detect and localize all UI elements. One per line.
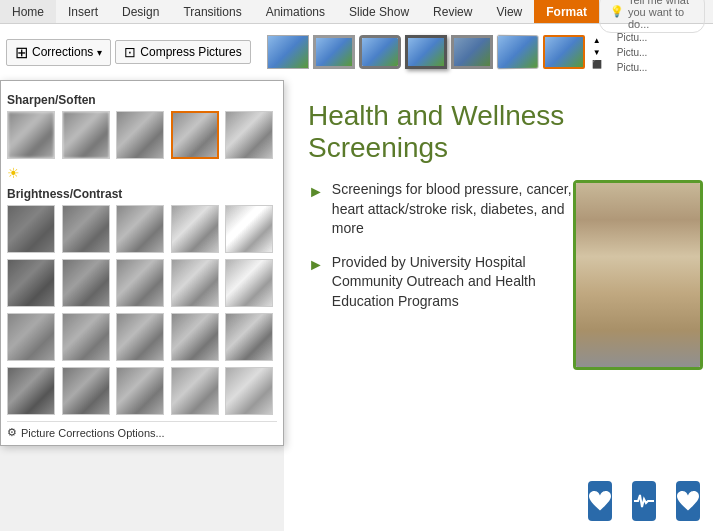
bottom-icons-area xyxy=(568,481,713,521)
brightness-contrast-label: Brightness/Contrast xyxy=(7,187,277,201)
sharpen-thumb-1[interactable] xyxy=(7,111,55,159)
tell-me-label: Tell me what you want to do... xyxy=(628,0,694,30)
picture-style-3[interactable] xyxy=(359,35,401,69)
picture-style-5[interactable] xyxy=(451,35,493,69)
picture-style-1[interactable] xyxy=(267,35,309,69)
scroll-down-arrow[interactable]: ▼ xyxy=(591,47,603,57)
bc-thumb-6[interactable] xyxy=(7,259,55,307)
compress-pictures-button[interactable]: ⊡ Compress Pictures xyxy=(115,40,250,64)
slide-area: Health and Wellness Screenings ► Screeni… xyxy=(284,80,713,531)
heart-icon-2 xyxy=(676,481,700,521)
sun-icon: ☀ xyxy=(7,165,20,181)
picture-sidebar-3[interactable]: Pictu... xyxy=(617,62,648,73)
picture-style-4[interactable] xyxy=(405,35,447,69)
bc-thumb-8[interactable] xyxy=(116,259,164,307)
tell-me-box[interactable]: 💡 Tell me what you want to do... xyxy=(599,0,705,33)
bc-thumb-5[interactable] xyxy=(225,205,273,253)
sharpen-thumb-3[interactable] xyxy=(116,111,164,159)
bullet-arrow-1: ► xyxy=(308,181,324,239)
corrections-icon: ⊞ xyxy=(15,43,28,62)
corrections-dropdown-panel: Sharpen/Soften Sharpen: 25% ☀ Brightness… xyxy=(0,80,284,446)
bc-thumb-18[interactable] xyxy=(116,367,164,415)
person-silhouette xyxy=(576,183,700,367)
corrections-button[interactable]: ⊞ Corrections ▾ xyxy=(6,39,111,66)
bc-thumb-7[interactable] xyxy=(62,259,110,307)
brightness-grid-1 xyxy=(7,205,277,253)
picture-sidebar-1[interactable]: Pictu... xyxy=(617,32,648,43)
picture-sidebar-2[interactable]: Pictu... xyxy=(617,47,648,58)
bc-thumb-20[interactable] xyxy=(225,367,273,415)
compress-label: Compress Pictures xyxy=(140,45,241,59)
bc-thumb-2[interactable] xyxy=(62,205,110,253)
ribbon-toolbar: ⊞ Corrections ▾ ⊡ Compress Pictures xyxy=(0,24,713,80)
brightness-grid-3 xyxy=(7,313,277,361)
picture-styles-area: ▲ ▼ ⬛ xyxy=(267,33,605,71)
bc-thumb-1[interactable] xyxy=(7,205,55,253)
pulse-icon xyxy=(632,481,656,521)
tab-transitions[interactable]: Transitions xyxy=(171,0,253,23)
bc-thumb-13[interactable] xyxy=(116,313,164,361)
sharpen-thumb-5[interactable] xyxy=(225,111,273,159)
sharpen-thumb-2[interactable] xyxy=(62,111,110,159)
picture-style-6[interactable] xyxy=(497,35,539,70)
tab-home[interactable]: Home xyxy=(0,0,56,23)
picture-style-2[interactable] xyxy=(313,35,355,69)
picture-corrections-options[interactable]: ⚙ Picture Corrections Options... xyxy=(7,421,277,439)
tab-review[interactable]: Review xyxy=(421,0,484,23)
tab-insert[interactable]: Insert xyxy=(56,0,110,23)
bc-thumb-17[interactable] xyxy=(62,367,110,415)
bc-thumb-16[interactable] xyxy=(7,367,55,415)
bc-thumb-15[interactable] xyxy=(225,313,273,361)
corrections-options-label: Picture Corrections Options... xyxy=(21,427,165,439)
picture-style-7[interactable] xyxy=(543,35,585,69)
scroll-expand-arrow[interactable]: ⬛ xyxy=(591,59,603,69)
bullet-arrow-2: ► xyxy=(308,254,324,312)
brightness-grid-4 xyxy=(7,367,277,415)
brightness-grid-2 xyxy=(7,259,277,307)
bullet-text-1: Screenings for blood pressure, cancer, h… xyxy=(332,180,588,239)
bc-thumb-12[interactable] xyxy=(62,313,110,361)
bc-thumb-10[interactable] xyxy=(225,259,273,307)
bullet-text-2: Provided by University Hospital Communit… xyxy=(332,253,588,312)
bullet-list: ► Screenings for blood pressure, cancer,… xyxy=(308,180,588,312)
ribbon-tab-bar: Home Insert Design Transitions Animation… xyxy=(0,0,713,24)
ribbon: Home Insert Design Transitions Animation… xyxy=(0,0,713,81)
tab-design[interactable]: Design xyxy=(110,0,171,23)
bc-thumb-3[interactable] xyxy=(116,205,164,253)
corrections-options-icon: ⚙ xyxy=(7,426,17,439)
tab-format[interactable]: Format xyxy=(534,0,599,23)
tab-animations[interactable]: Animations xyxy=(254,0,337,23)
lightbulb-icon: 💡 xyxy=(610,5,624,18)
bullet-item-1: ► Screenings for blood pressure, cancer,… xyxy=(308,180,588,239)
sharpen-thumb-4[interactable]: Sharpen: 25% xyxy=(171,111,219,159)
compress-icon: ⊡ xyxy=(124,44,136,60)
tab-view[interactable]: View xyxy=(484,0,534,23)
bc-thumb-19[interactable] xyxy=(171,367,219,415)
picture-styles-scroll[interactable]: ▲ ▼ ⬛ xyxy=(589,33,605,71)
bc-thumb-14[interactable] xyxy=(171,313,219,361)
heart-icon-1 xyxy=(588,481,612,521)
person-photo xyxy=(573,180,703,370)
slide-title: Health and Wellness Screenings xyxy=(308,100,689,164)
tab-slideshow[interactable]: Slide Show xyxy=(337,0,421,23)
sharpen-grid: Sharpen: 25% xyxy=(7,111,277,159)
bullet-item-2: ► Provided by University Hospital Commun… xyxy=(308,253,588,312)
scroll-up-arrow[interactable]: ▲ xyxy=(591,35,603,45)
bc-thumb-11[interactable] xyxy=(7,313,55,361)
bc-thumb-9[interactable] xyxy=(171,259,219,307)
corrections-dropdown-arrow: ▾ xyxy=(97,47,102,58)
corrections-label: Corrections xyxy=(32,45,93,59)
sharpen-soften-label: Sharpen/Soften xyxy=(7,93,277,107)
bc-thumb-4[interactable] xyxy=(171,205,219,253)
